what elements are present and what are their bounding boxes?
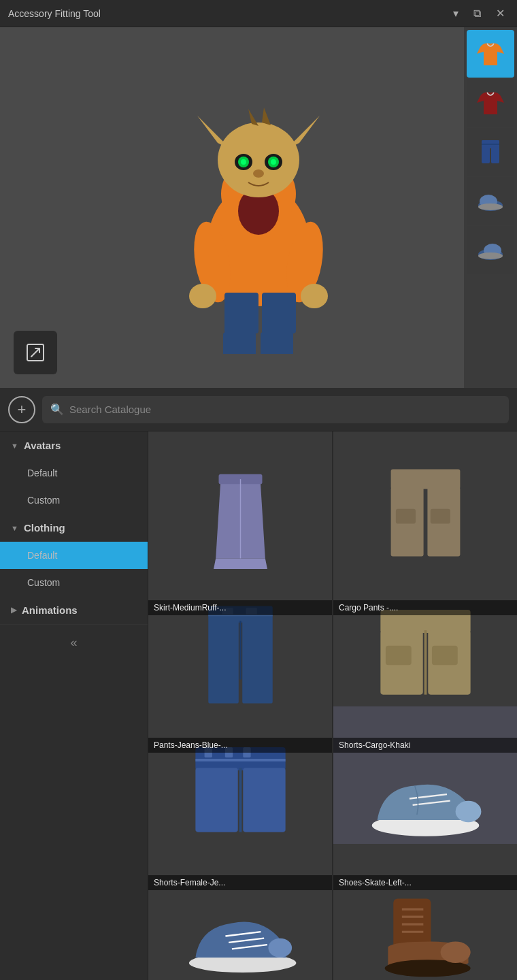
accessory-thumbnail-list	[464, 27, 517, 388]
accessory-thumb-3[interactable]	[467, 177, 514, 225]
window-controls: ▾ ⧉ ✕	[449, 5, 509, 21]
svg-point-12	[253, 169, 264, 178]
sidebar-item-clothing-custom[interactable]: Custom	[0, 569, 148, 596]
svg-rect-56	[385, 645, 411, 664]
sidebar-item-label: Custom	[27, 495, 60, 506]
preview-area	[0, 27, 517, 388]
sidebar-item-avatars-custom[interactable]: Custom	[0, 487, 148, 514]
catalogue-item-3-label: Shorts-Cargo-Khaki	[333, 738, 517, 753]
svg-point-67	[455, 800, 481, 822]
sidebar-item-label: Default	[27, 550, 57, 561]
svg-rect-46	[208, 621, 239, 704]
clothing-collapse-icon: ▼	[11, 524, 18, 532]
animations-collapse-icon: ▶	[11, 606, 16, 615]
svg-rect-55	[431, 645, 457, 664]
svg-rect-19	[224, 293, 258, 333]
sidebar-item-label: Default	[27, 468, 57, 478]
catalogue-item-5-label: Shoes-Skate-Left-...	[333, 875, 517, 890]
nav-sidebar: ▼ Avatars Default Custom ▼ Clothing Defa…	[0, 431, 148, 980]
sidebar-section-clothing-label: Clothing	[24, 522, 65, 534]
catalogue-item-6[interactable]: Shoes-Skate-Blue-...	[148, 844, 332, 980]
catalogue-item-0-label: Skirt-MediumRuff-...	[148, 600, 332, 615]
catalogue-grid: Skirt-MediumRuff-... Cargo Pants -....	[148, 431, 517, 980]
svg-point-18	[301, 284, 328, 308]
svg-marker-5	[286, 116, 320, 150]
add-button[interactable]: +	[8, 396, 35, 423]
avatars-collapse-icon: ▼	[11, 442, 18, 450]
character-viewport	[0, 27, 517, 388]
svg-point-17	[189, 284, 216, 308]
catalogue-item-1-label: Cargo Pants -....	[333, 600, 517, 615]
svg-rect-22	[261, 332, 293, 354]
accessory-thumb-2[interactable]	[467, 128, 514, 176]
svg-point-81	[440, 941, 470, 963]
window-title: Accessory Fitting Tool	[8, 8, 101, 19]
sidebar-collapse-button[interactable]: «	[0, 624, 148, 661]
maximize-button[interactable]: ⧉	[469, 5, 485, 21]
main-content: ▼ Avatars Default Custom ▼ Clothing Defa…	[0, 431, 517, 980]
catalogue-item-6-image	[148, 844, 332, 980]
close-button[interactable]: ✕	[492, 5, 509, 21]
catalogue-item-7-image	[333, 844, 517, 980]
sidebar-section-clothing[interactable]: ▼ Clothing	[0, 514, 148, 542]
search-bar: + 🔍	[0, 388, 517, 431]
title-bar: Accessory Fitting Tool ▾ ⧉ ✕	[0, 0, 517, 27]
catalogue-item-7[interactable]: Boots-Hiking-Bro...	[333, 844, 517, 980]
accessory-thumb-4[interactable]	[467, 226, 514, 274]
sidebar-item-avatars-default[interactable]: Default	[0, 459, 148, 487]
svg-marker-4	[197, 116, 231, 150]
sidebar-item-label: Custom	[27, 577, 60, 588]
svg-rect-60	[243, 768, 285, 832]
svg-point-11	[271, 159, 276, 165]
search-icon: 🔍	[50, 403, 64, 416]
svg-marker-13	[248, 109, 258, 126]
character-model	[163, 61, 354, 354]
svg-rect-44	[395, 508, 415, 523]
sidebar-item-clothing-default[interactable]: Default	[0, 542, 148, 569]
svg-point-36	[478, 252, 503, 259]
sidebar-section-animations-label: Animations	[22, 604, 78, 616]
svg-rect-40	[390, 469, 460, 489]
svg-marker-14	[262, 108, 271, 125]
svg-point-10	[241, 159, 246, 165]
accessory-thumb-1[interactable]	[467, 79, 514, 127]
export-button[interactable]	[14, 331, 57, 374]
svg-rect-20	[262, 293, 296, 333]
svg-point-33	[478, 203, 503, 210]
catalogue-item-4-label: Shorts-Female-Je...	[148, 875, 332, 890]
accessory-thumb-0[interactable]	[467, 30, 514, 78]
sidebar-section-animations[interactable]: ▶ Animations	[0, 596, 148, 624]
search-input[interactable]	[69, 404, 501, 415]
search-input-container: 🔍	[42, 396, 509, 423]
dropdown-button[interactable]: ▾	[449, 5, 463, 21]
svg-rect-21	[223, 332, 256, 354]
sidebar-section-avatars-label: Avatars	[24, 440, 61, 451]
catalogue-item-2-label: Pants-Jeans-Blue-...	[148, 738, 332, 753]
svg-point-71	[268, 938, 292, 957]
svg-rect-59	[195, 768, 237, 832]
svg-rect-47	[242, 621, 273, 704]
svg-rect-43	[430, 508, 450, 523]
sidebar-section-avatars[interactable]: ▼ Avatars	[0, 431, 148, 459]
